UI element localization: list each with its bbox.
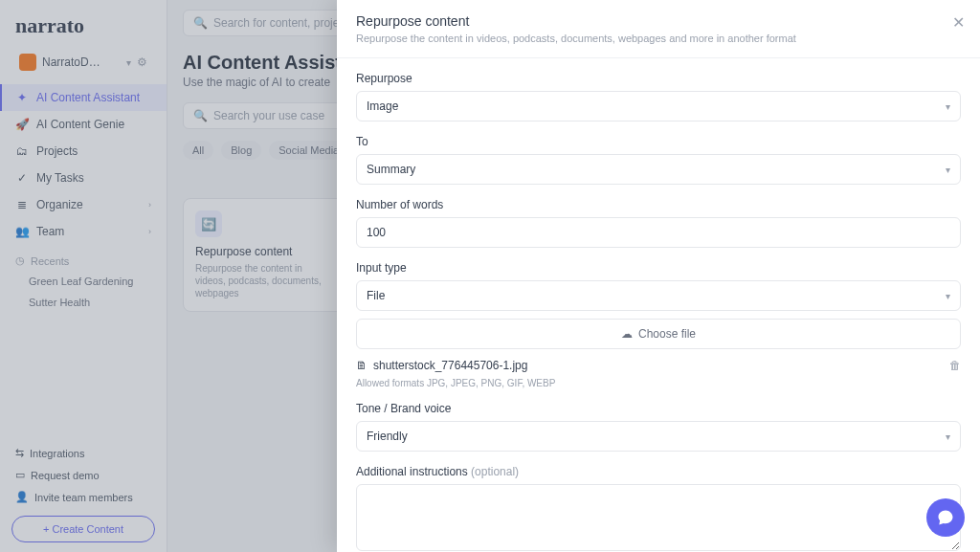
input-type-label: Input type xyxy=(356,261,961,275)
chat-launcher[interactable] xyxy=(926,498,965,537)
field-to: To Summary▾ xyxy=(356,135,961,185)
modal-subtitle: Repurpose the content in videos, podcast… xyxy=(356,33,961,44)
tone-label: Tone / Brand voice xyxy=(356,402,961,415)
delete-file-icon[interactable]: 🗑 xyxy=(949,359,961,372)
field-tone: Tone / Brand voice Friendly▾ xyxy=(356,402,961,452)
modal-title: Repurpose content xyxy=(356,13,961,29)
close-icon[interactable]: ✕ xyxy=(952,13,965,32)
modal-body: Repurpose Image▾ To Summary▾ Number of w… xyxy=(337,58,980,552)
additional-label: Additional instructions (optional) xyxy=(356,465,961,478)
repurpose-label: Repurpose xyxy=(356,72,961,85)
words-input[interactable] xyxy=(356,217,961,248)
field-additional: Additional instructions (optional) 0 / 1… xyxy=(356,465,961,552)
chevron-down-icon: ▾ xyxy=(946,101,950,112)
field-input-type: Input type File▾ ☁Choose file 🗎 shutters… xyxy=(356,261,961,388)
select-value: Summary xyxy=(367,163,415,176)
choose-file-button[interactable]: ☁Choose file xyxy=(356,319,961,349)
uploaded-file-row: 🗎 shutterstock_776445706-1.jpg 🗑 xyxy=(356,359,961,372)
chevron-down-icon: ▾ xyxy=(946,431,950,442)
tone-select[interactable]: Friendly▾ xyxy=(356,421,961,452)
select-value: Image xyxy=(367,99,398,113)
to-label: To xyxy=(356,135,961,148)
input-type-select[interactable]: File▾ xyxy=(356,280,961,311)
field-repurpose: Repurpose Image▾ xyxy=(356,72,961,121)
upload-icon: ☁ xyxy=(621,327,633,341)
words-label: Number of words xyxy=(356,198,961,211)
allowed-formats-hint: Allowed formats JPG, JPEG, PNG, GIF, WEB… xyxy=(356,378,961,388)
chevron-down-icon: ▾ xyxy=(946,165,950,175)
file-name: shutterstock_776445706-1.jpg xyxy=(373,359,527,372)
select-value: Friendly xyxy=(367,430,408,443)
file-icon: 🗎 xyxy=(356,359,368,372)
to-select[interactable]: Summary▾ xyxy=(356,154,961,185)
additional-textarea[interactable] xyxy=(356,484,961,551)
select-value: File xyxy=(367,289,385,302)
chevron-down-icon: ▾ xyxy=(946,291,950,301)
field-words: Number of words xyxy=(356,198,961,248)
repurpose-select[interactable]: Image▾ xyxy=(356,91,961,121)
chat-icon xyxy=(936,508,955,527)
modal-header: Repurpose content Repurpose the content … xyxy=(337,0,980,58)
repurpose-modal: Repurpose content Repurpose the content … xyxy=(337,0,980,552)
choose-file-label: Choose file xyxy=(638,327,696,341)
